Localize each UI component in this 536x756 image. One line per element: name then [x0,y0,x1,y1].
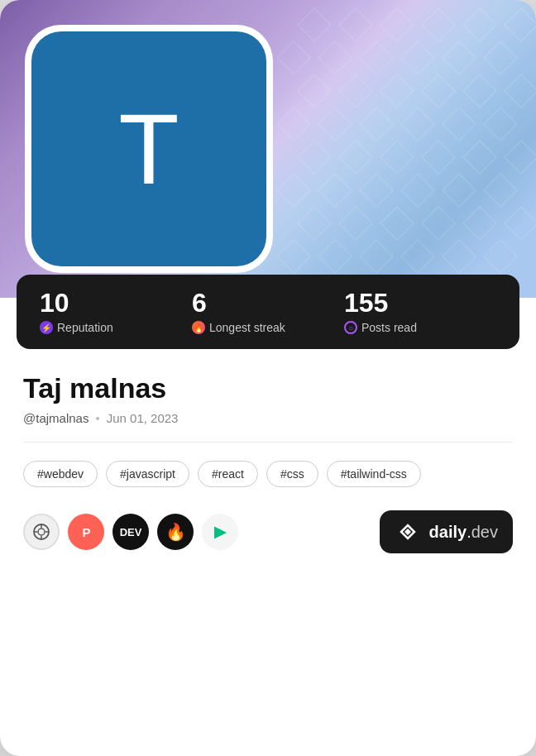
hashnode-icon[interactable]: 🔥 [157,514,194,550]
profile-banner: T [0,0,536,298]
posts-icon: ○ [344,321,357,334]
stat-posts: 155 ○ Posts read [344,289,496,334]
profile-content: Taj malnas @tajmalnas • Jun 01, 2023 #we… [0,349,536,573]
reputation-text: Reputation [57,321,113,334]
profile-footer: P DEV 🔥 ▶ daily.dev [23,510,513,553]
daily-dev-icon [395,519,421,545]
svg-point-1 [38,529,45,535]
avatar: T [25,25,273,273]
streak-text: Longest streak [209,321,285,334]
crosshair-icon[interactable] [23,514,60,550]
posts-value: 155 [344,289,496,316]
meta-separator: • [95,411,99,425]
section-divider [23,442,513,443]
stream-icon[interactable]: ▶ [202,514,238,550]
posts-label: ○ Posts read [344,321,496,334]
user-handle: @tajmalnas [23,411,89,425]
daily-dev-logo: daily.dev [380,510,513,553]
daily-word: daily [429,523,467,542]
reputation-label: ⚡ Reputation [40,321,192,334]
reputation-icon: ⚡ [40,321,53,334]
stats-bar: 10 ⚡ Reputation 6 🔥 Longest streak 155 ○… [17,275,519,349]
tag-react[interactable]: #react [198,461,258,487]
streak-value: 6 [192,289,344,316]
stat-reputation: 10 ⚡ Reputation [40,289,192,334]
tag-list: #webdev #javascript #react #css #tailwin… [23,461,513,487]
join-date: Jun 01, 2023 [107,411,179,425]
stat-streak: 6 🔥 Longest streak [192,289,344,334]
display-name: Taj malnas [23,372,513,404]
reputation-value: 10 [40,289,192,316]
tag-tailwind[interactable]: #tailwind-css [327,461,421,487]
tag-javascript[interactable]: #javascript [106,461,189,487]
avatar-letter: T [118,99,179,199]
dev-to-icon[interactable]: DEV [112,514,149,550]
profile-card: T 10 ⚡ Reputation 6 🔥 Longest streak 155… [0,0,536,756]
dev-word: dev [471,523,498,542]
product-hunt-icon[interactable]: P [68,514,104,550]
avatar-inner: T [31,31,266,266]
posts-text: Posts read [361,321,417,334]
daily-dev-text: daily.dev [429,523,498,542]
social-links: P DEV 🔥 ▶ [23,514,238,550]
profile-meta: @tajmalnas • Jun 01, 2023 [23,411,513,425]
tag-css[interactable]: #css [266,461,318,487]
streak-icon: 🔥 [192,321,205,334]
streak-label: 🔥 Longest streak [192,321,344,334]
tag-webdev[interactable]: #webdev [23,461,98,487]
